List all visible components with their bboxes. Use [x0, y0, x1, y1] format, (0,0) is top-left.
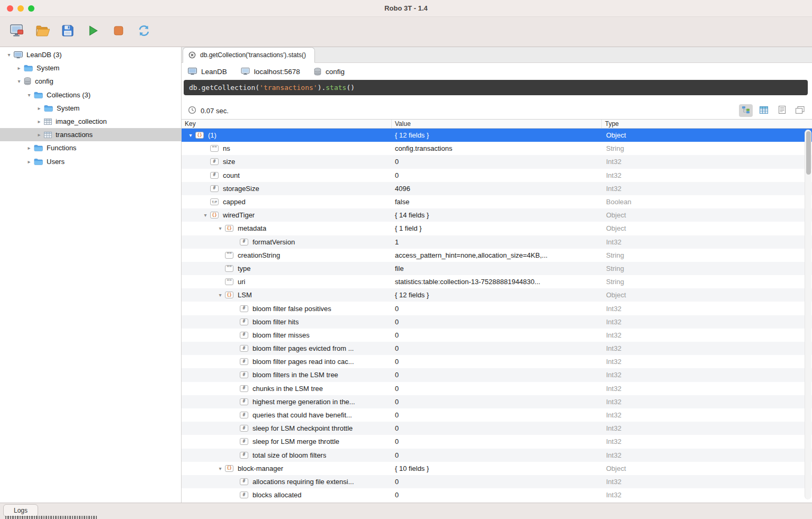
- chevron-right-icon[interactable]: ▸: [24, 145, 34, 151]
- table-mode-button[interactable]: [757, 104, 771, 117]
- chevron-down-icon[interactable]: ▾: [4, 52, 14, 58]
- result-row-1[interactable]: ▾{}(1){ 12 fields }Object: [182, 129, 812, 142]
- result-row-sleep-for-lsm-merge-throttle[interactable]: #sleep for LSM merge throttle0Int32: [182, 435, 812, 448]
- toggle-orientation-button[interactable]: [136, 23, 152, 40]
- query-tab[interactable]: db.getCollection('transactions').stats(): [183, 47, 315, 63]
- row-key: wiredTiger: [223, 211, 255, 219]
- query-token: (): [346, 84, 355, 92]
- result-row-type[interactable]: ""typefileString: [182, 262, 812, 275]
- row-value: { 12 fields }: [392, 291, 602, 299]
- breadcrumb-item-leandb[interactable]: LeanDB: [188, 68, 227, 76]
- row-value: 0: [392, 171, 602, 179]
- sidebar-item-functions[interactable]: ▸Functions: [0, 141, 181, 154]
- row-value: 0: [392, 318, 602, 326]
- result-row-formatversion[interactable]: #formatVersion1Int32: [182, 235, 812, 249]
- result-row-queries-that-could-have-benefit[interactable]: #queries that could have benefit...0Int3…: [182, 408, 812, 422]
- row-key: metadata: [238, 224, 266, 232]
- chevron-down-icon[interactable]: ▾: [14, 78, 24, 84]
- result-row-metadata[interactable]: ▾{}metadata{ 1 field }Object: [182, 222, 812, 235]
- row-key: total size of bloom filters: [252, 451, 326, 459]
- tree-mode-button[interactable]: [739, 104, 753, 117]
- row-key-cell: #count: [182, 171, 392, 179]
- sidebar-item-config[interactable]: ▾config: [0, 75, 181, 88]
- chevron-down-icon[interactable]: ▾: [215, 466, 225, 471]
- chevron-down-icon[interactable]: ▾: [24, 92, 34, 98]
- row-key-cell: #queries that could have benefit...: [182, 411, 392, 419]
- result-row-block-manager[interactable]: ▾{}block-manager{ 10 fields }Object: [182, 462, 812, 475]
- open-file-button[interactable]: [34, 23, 51, 40]
- vertical-scrollbar[interactable]: [805, 130, 811, 499]
- row-value: 0: [392, 491, 602, 499]
- result-row-ns[interactable]: ""nsconfig.transactionsString: [182, 142, 812, 155]
- sidebar-item-system[interactable]: ▸System: [0, 102, 181, 115]
- save-button[interactable]: [59, 23, 76, 40]
- result-row-count[interactable]: #count0Int32: [182, 169, 812, 182]
- result-row-bloom-filter-false-positives[interactable]: #bloom filter false positives0Int32: [182, 302, 812, 315]
- chevron-down-icon[interactable]: ▾: [186, 132, 195, 138]
- play-icon: [88, 25, 98, 39]
- column-header-type[interactable]: Type: [602, 120, 812, 128]
- query-token: stats: [326, 84, 346, 92]
- result-row-uri[interactable]: ""uristatistics:table:collection-13-7528…: [182, 275, 812, 288]
- result-row-bloom-filter-pages-read-into-cac[interactable]: #bloom filter pages read into cac...0Int…: [182, 355, 812, 368]
- result-row-size[interactable]: #size0Int32: [182, 155, 812, 168]
- tab-close-icon[interactable]: [188, 51, 196, 59]
- content-area: db.getCollection('transactions').stats()…: [182, 47, 812, 503]
- query-input[interactable]: db.getCollection('transactions').stats(): [184, 80, 808, 95]
- sidebar-item-system[interactable]: ▸System: [0, 61, 181, 75]
- manage-connections-button[interactable]: [8, 23, 25, 40]
- result-row-sleep-for-lsm-checkpoint-throttle[interactable]: #sleep for LSM checkpoint throttle0Int32: [182, 422, 812, 435]
- result-row-storagesize[interactable]: #storageSize4096Int32: [182, 182, 812, 195]
- execute-query-button[interactable]: [85, 23, 102, 40]
- row-key-cell: #allocations requiring file extensi...: [182, 478, 392, 486]
- chevron-right-icon[interactable]: ▸: [14, 65, 24, 71]
- chevron-right-icon[interactable]: ▸: [34, 105, 44, 111]
- row-key-cell: T/Fcapped: [182, 198, 392, 206]
- row-key: bloom filter misses: [252, 331, 310, 339]
- sidebar-item-image-collection[interactable]: ▸image_collection: [0, 115, 181, 128]
- result-row-bloom-filter-hits[interactable]: #bloom filter hits0Int32: [182, 315, 812, 329]
- breadcrumb-item-config[interactable]: config: [314, 68, 345, 76]
- sidebar-item-leandb-3[interactable]: ▾LeanDB (3): [0, 48, 181, 61]
- result-row-bloom-filters-in-the-lsm-tree[interactable]: #bloom filters in the LSM tree0Int32: [182, 368, 812, 381]
- open-folder-icon: [35, 25, 50, 39]
- result-row-bloom-filter-misses[interactable]: #bloom filter misses0Int32: [182, 329, 812, 342]
- row-value: 0: [392, 478, 602, 486]
- row-key: highest merge generation in the...: [252, 398, 355, 406]
- result-row-highest-merge-generation-in-the[interactable]: #highest merge generation in the...0Int3…: [182, 395, 812, 408]
- result-row-total-size-of-bloom-filters[interactable]: #total size of bloom filters0Int32: [182, 449, 812, 462]
- row-key: ns: [223, 144, 230, 152]
- scrollbar-thumb[interactable]: [806, 131, 811, 175]
- result-row-creationstring[interactable]: ""creationStringaccess_pattern_hint=none…: [182, 249, 812, 262]
- object-type-icon: {}: [225, 292, 233, 298]
- sidebar-item-users[interactable]: ▸Users: [0, 155, 181, 168]
- stop-query-button[interactable]: [110, 23, 127, 40]
- folder-icon: [34, 158, 43, 165]
- row-type: Int32: [602, 451, 812, 459]
- chevron-down-icon[interactable]: ▾: [201, 212, 210, 218]
- result-row-wiredtiger[interactable]: ▾{}wiredTiger{ 14 fields }Object: [182, 208, 812, 222]
- expand-mode-button[interactable]: [793, 104, 807, 117]
- result-row-lsm[interactable]: ▾{}LSM{ 12 fields }Object: [182, 288, 812, 302]
- result-row-allocations-requiring-file-extensi[interactable]: #allocations requiring file extensi...0I…: [182, 475, 812, 488]
- result-row-blocks-allocated[interactable]: #blocks allocated0Int32: [182, 488, 812, 502]
- chevron-right-icon[interactable]: ▸: [34, 119, 44, 124]
- int-type-icon: #: [240, 491, 248, 498]
- chevron-down-icon[interactable]: ▾: [215, 225, 225, 231]
- result-row-capped[interactable]: T/FcappedfalseBoolean: [182, 195, 812, 208]
- logs-button[interactable]: Logs: [3, 504, 38, 517]
- chevron-right-icon[interactable]: ▸: [34, 132, 44, 138]
- query-token: 'transactions': [259, 84, 318, 92]
- column-header-key[interactable]: Key: [182, 120, 392, 128]
- text-mode-button[interactable]: [775, 104, 789, 117]
- result-row-bloom-filter-pages-evicted-from[interactable]: #bloom filter pages evicted from ...0Int…: [182, 342, 812, 355]
- sidebar-item-transactions[interactable]: ▸transactions: [0, 128, 181, 141]
- sidebar-item-collections-3[interactable]: ▾Collections (3): [0, 88, 181, 102]
- chevron-right-icon[interactable]: ▸: [24, 159, 34, 165]
- breadcrumb-item-localhost-5678[interactable]: localhost:5678: [241, 68, 300, 76]
- result-row-chunks-in-the-lsm-tree[interactable]: #chunks in the LSM tree0Int32: [182, 382, 812, 395]
- bool-type-icon: T/F: [210, 198, 219, 205]
- row-type: Object: [602, 224, 812, 232]
- column-header-value[interactable]: Value: [392, 120, 602, 128]
- chevron-down-icon[interactable]: ▾: [215, 292, 225, 298]
